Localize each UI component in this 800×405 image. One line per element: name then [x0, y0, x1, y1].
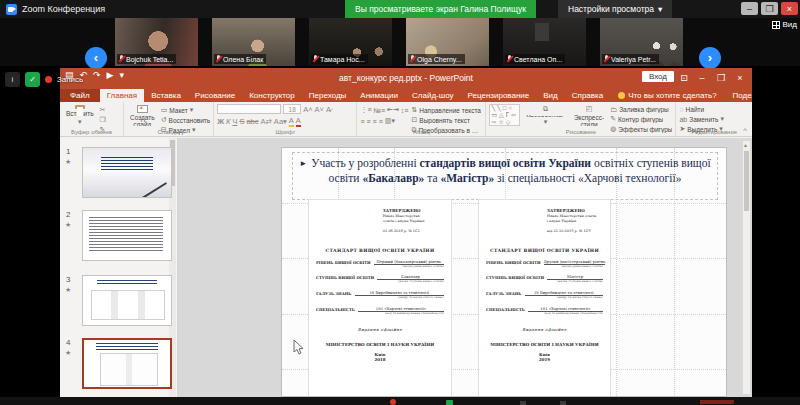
- clipboard-group: Вставить ▾ ✂ ❐ ✎ Буфер обмена: [60, 102, 124, 136]
- scroll-right-button[interactable]: ›: [699, 47, 721, 69]
- arrange-label: Упорядочить: [526, 114, 565, 117]
- ppt-minimize-button[interactable]: –: [692, 68, 712, 87]
- participant-name: Valeriya Petr...: [602, 54, 659, 64]
- slide-canvas[interactable]: ►Участь у розробленні стандартів вищої о…: [281, 147, 727, 397]
- zoom-app-title: Zoom Конференция: [22, 4, 105, 14]
- justify-icon[interactable]: ≡: [379, 118, 383, 125]
- share-button[interactable]: Поделиться: [725, 89, 752, 102]
- change-case-icon[interactable]: Аа▾: [274, 117, 287, 126]
- recording-label: Запись: [57, 75, 83, 84]
- participant-video[interactable]: Olga Cherny...: [406, 18, 489, 66]
- align-center-icon[interactable]: ≡: [367, 118, 371, 125]
- tab-справка[interactable]: Справка: [565, 89, 610, 102]
- tab-вставка[interactable]: Вставка: [144, 89, 188, 102]
- sign-in-button[interactable]: Вход: [642, 71, 674, 82]
- chevron-down-icon: ▾: [658, 4, 662, 14]
- toolbar-icon: [520, 401, 526, 405]
- align-right-icon[interactable]: ≡: [373, 118, 377, 125]
- line-spacing-icon[interactable]: ↕≡: [401, 107, 409, 114]
- meeting-info-overlay: i ✓ Запись: [5, 72, 83, 87]
- participants-badge-icon: [390, 399, 396, 405]
- view-settings-label: Настройки просмотра: [568, 4, 654, 14]
- meeting-info-icon[interactable]: i: [5, 72, 20, 87]
- view-button[interactable]: Вид: [772, 20, 797, 29]
- minimize-button[interactable]: –: [741, 2, 758, 15]
- participant-name: Olga Cherny...: [408, 54, 465, 64]
- clear-format-icon[interactable]: A̷: [326, 105, 331, 114]
- shape-fill-button[interactable]: 🗀Заливка фигуры: [610, 106, 672, 113]
- tab-слайд-шоу[interactable]: Слайд-шоу: [405, 89, 460, 102]
- ppt-close-button[interactable]: ×: [730, 68, 750, 87]
- close-button[interactable]: ×: [781, 2, 798, 15]
- columns-icon[interactable]: ▥▾: [385, 117, 395, 125]
- align-left-icon[interactable]: ≡: [360, 118, 364, 125]
- abc-strike-icon[interactable]: abc: [246, 117, 258, 126]
- tab-переходы[interactable]: Переходы: [302, 89, 354, 102]
- end-meeting-button-edge: [700, 400, 734, 404]
- participant-video[interactable]: Тамара Нос...: [309, 18, 392, 66]
- highlight-color-icon[interactable]: А: [289, 116, 294, 127]
- bullets-icon[interactable]: ⋮≡: [360, 106, 371, 114]
- layout-button[interactable]: ▭Макет▾: [161, 106, 211, 114]
- scroll-left-button[interactable]: ‹: [85, 47, 107, 69]
- align-text-button[interactable]: ⊡Выровнять текст: [411, 116, 482, 124]
- find-button[interactable]: ◌Найти: [679, 106, 724, 113]
- slide-scrollbar[interactable]: [742, 140, 751, 395]
- editing-group-label: Редактирование: [676, 129, 752, 135]
- security-shield-icon[interactable]: ✓: [25, 72, 40, 87]
- editing-group: ◌Найти abЗаменить▾ ➤Выделить▾ Редактиров…: [676, 102, 752, 136]
- muted-mic-icon: [313, 55, 318, 63]
- participant-video[interactable]: Bojchuk Tetia...: [115, 18, 198, 66]
- participant-video[interactable]: Светлана Оп...: [503, 18, 586, 66]
- underline-button[interactable]: Ч: [232, 117, 237, 126]
- tab-главная[interactable]: Главная: [100, 89, 144, 102]
- tab-файл[interactable]: Файл: [60, 89, 100, 102]
- text-direction-button[interactable]: ⇅Направление текста: [411, 106, 482, 114]
- cut-icon[interactable]: ✂: [100, 106, 106, 114]
- layout-label: Макет: [169, 107, 187, 114]
- tab-рисование[interactable]: Рисование: [188, 89, 242, 102]
- indent-icons[interactable]: ⇤⇥: [387, 106, 399, 114]
- reset-button[interactable]: ↺Восстановить: [161, 116, 211, 124]
- grow-font-icon[interactable]: A˄: [303, 105, 312, 114]
- font-color-icon[interactable]: А: [296, 116, 301, 127]
- shape-outline-button[interactable]: ✎Контур фигуры: [610, 115, 672, 123]
- new-slide-button[interactable]: Создать слайд: [127, 104, 158, 127]
- reset-label: Восстановить: [169, 117, 211, 124]
- paste-button[interactable]: Вставить ▾: [63, 104, 97, 127]
- char-spacing-icon[interactable]: A⇄: [261, 117, 272, 126]
- copy-icon[interactable]: ❐: [100, 116, 106, 124]
- shapes-gallery[interactable]: ╲╲□○▭△ᒥ⇦⇨☆◇⌒☁⬠✩: [489, 104, 520, 126]
- shape-outline-label: Контур фигуры: [618, 116, 663, 123]
- quick-styles-button[interactable]: ◰ Экспресс-стили: [571, 104, 607, 127]
- font-name-box[interactable]: [217, 104, 281, 114]
- tab-вид[interactable]: Вид: [536, 89, 564, 102]
- participant-video[interactable]: Олена Білак: [212, 18, 295, 66]
- tell-me-label: Что вы хотите сделать?: [628, 91, 716, 100]
- ribbon-display-options-icon[interactable]: ⊡: [674, 68, 694, 87]
- bold-button[interactable]: Ж: [217, 117, 224, 126]
- view-settings-button[interactable]: Настройки просмотра ▾: [558, 0, 672, 18]
- collapse-ribbon-icon[interactable]: ^: [743, 126, 747, 135]
- tab-конструктор[interactable]: Конструктор: [242, 89, 302, 102]
- strikethrough-button[interactable]: S: [239, 117, 244, 126]
- replace-button[interactable]: abЗаменить▾: [679, 115, 724, 123]
- participant-video[interactable]: Valeriya Petr...: [600, 18, 683, 66]
- tab-анимации[interactable]: Анимации: [353, 89, 405, 102]
- align-text-label: Выровнять текст: [419, 117, 470, 124]
- ppt-restore-button[interactable]: ❒: [711, 68, 731, 87]
- font-size-box[interactable]: 18: [283, 104, 301, 114]
- slide-number: 3: [66, 275, 70, 284]
- participant-name-label: Bojchuk Tetia...: [126, 56, 173, 63]
- title-segment: «Бакалавр»: [362, 172, 424, 184]
- italic-button[interactable]: К: [226, 117, 230, 126]
- slide-title[interactable]: ►Участь у розробленні стандартів вищої о…: [292, 152, 718, 200]
- new-slide-icon: [137, 105, 148, 113]
- arrange-button[interactable]: ⧉ Упорядочить ▾: [523, 104, 568, 127]
- shrink-font-icon[interactable]: A˅: [315, 105, 324, 114]
- tab-рецензирование[interactable]: Рецензирование: [461, 89, 537, 102]
- numbering-icon[interactable]: №≡: [374, 107, 386, 114]
- tell-me-box[interactable]: Что вы хотите сделать?: [610, 89, 724, 102]
- maximize-button[interactable]: ❒: [761, 2, 778, 15]
- participant-name-label: Тамара Нос...: [320, 56, 365, 63]
